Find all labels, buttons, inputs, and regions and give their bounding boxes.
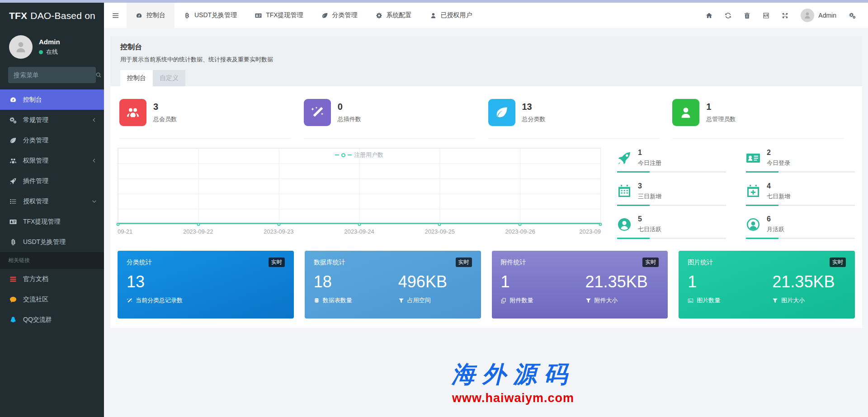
stat-value: 13 [522, 102, 546, 112]
user-status-label: 在线 [46, 48, 58, 56]
panel-header: 控制台 用于展示当前系统中的统计数据、统计报表及重要实时数据 控制台 自定义 [110, 36, 862, 86]
card-foot-label: 数据表数量 [323, 296, 352, 305]
sidebar-user-panel: Admin 在线 [0, 29, 104, 62]
sidebar-item-dashboard[interactable]: 控制台 [0, 89, 104, 110]
mini-stat-label: 七日新增 [767, 192, 790, 201]
watermark: 海外源码 www.haiwaiym.com [452, 359, 575, 405]
mini-stat-label: 月活跃 [767, 225, 784, 234]
x-tick-label: 2023-09-24 [344, 228, 374, 235]
sidebar-item-usdt-exchange[interactable]: USDT兑换管理 [0, 232, 104, 252]
sidebar-item-label: 常规管理 [23, 116, 48, 124]
legend-label: 注册用户数 [354, 151, 383, 159]
sidebar: TFX DAO-Based on Admin 在线 控制台 [0, 3, 104, 417]
card-attachment-stats: 附件统计 实时 1 21.35KB 附件数量 [492, 251, 668, 319]
chart-point[interactable] [438, 223, 441, 226]
progress-bar [617, 205, 726, 206]
x-tick-label: 2023-09 [579, 228, 601, 235]
users-icon [119, 99, 146, 126]
gear-icon [376, 12, 382, 19]
mini-stats-grid: 1 今日注册 2 今日登录 [617, 148, 855, 239]
user-icon [430, 12, 437, 19]
divider [304, 138, 476, 139]
settings-button[interactable] [843, 3, 862, 28]
sidebar-item-auth[interactable]: 权限管理 [0, 150, 104, 171]
navbar-user-menu[interactable]: Admin [794, 3, 843, 28]
app-logo[interactable]: TFX DAO-Based on [0, 3, 104, 29]
stat-value: 1 [706, 102, 736, 112]
comment-icon [9, 296, 17, 303]
chart-point[interactable] [599, 223, 602, 226]
tab-authorized-users[interactable]: 已授权用户 [421, 3, 481, 28]
chart-point[interactable] [277, 223, 280, 226]
page-title: 控制台 [120, 42, 852, 52]
sidebar-toggle-button[interactable] [104, 3, 127, 28]
panel-tab-custom[interactable]: 自定义 [153, 70, 185, 86]
summary-cards-row: 分类统计 实时 13 当前分类总记录数 数据库统计 [118, 251, 855, 319]
image-icon [688, 298, 693, 304]
card-foot-label: 图片大小 [781, 296, 805, 305]
chart-and-ministats-row: 注册用户数 09-21 [118, 148, 855, 239]
sidebar-item-label: QQ交流群 [23, 316, 52, 324]
sidebar-item-label: TFX提现管理 [23, 218, 60, 226]
sidebar-item-category[interactable]: 分类管理 [0, 130, 104, 150]
divider [672, 138, 844, 139]
idcard-icon [746, 151, 760, 165]
sidebar-item-label: 权限管理 [23, 157, 48, 165]
sidebar-link-docs[interactable]: 官方文档 [0, 269, 104, 289]
tab-dashboard[interactable]: 控制台 [127, 3, 175, 28]
stat-label: 总分类数 [522, 115, 546, 123]
tab-usdt-exchange[interactable]: USDT兑换管理 [175, 3, 246, 28]
copy-icon [501, 298, 507, 304]
navbar-right: Admin [699, 3, 868, 28]
sidebar-link-community[interactable]: 交流社区 [0, 289, 104, 309]
mini-stat-value: 5 [638, 215, 661, 223]
online-dot-icon [39, 50, 43, 54]
stats-row: 3 总会员数 0 总插件数 [118, 99, 855, 139]
tab-tfx-withdraw[interactable]: TFX提现管理 [246, 3, 312, 28]
sidebar-item-label: 插件管理 [23, 177, 48, 185]
mini-stat-7day-active: 5 七日活跃 [617, 214, 726, 239]
fullscreen-button[interactable] [775, 3, 794, 28]
sidebar-item-addon[interactable]: 插件管理 [0, 171, 104, 191]
card-value: 1 [688, 272, 772, 291]
chart-point[interactable] [519, 223, 522, 226]
avatar [801, 9, 814, 22]
sidebar-item-license[interactable]: 授权管理 [0, 191, 104, 211]
chart-legend[interactable]: 注册用户数 [118, 151, 600, 159]
stat-total-admins: 1 总管理员数 [670, 99, 855, 139]
realtime-badge: 实时 [642, 258, 659, 267]
progress-bar [746, 205, 855, 206]
chart-point[interactable] [358, 223, 361, 226]
search-icon[interactable] [95, 72, 102, 78]
panel-body: 3 总会员数 0 总插件数 [110, 86, 862, 328]
chart-point[interactable] [197, 223, 200, 226]
database-icon [314, 298, 320, 304]
tab-system-config[interactable]: 系统配置 [367, 3, 421, 28]
sidebar-item-tfx-withdraw[interactable]: TFX提现管理 [0, 211, 104, 232]
leaf-icon [488, 99, 515, 126]
clear-cache-button[interactable] [737, 3, 756, 28]
idcard-icon [255, 12, 262, 19]
tab-category[interactable]: 分类管理 [312, 3, 367, 28]
language-button[interactable] [756, 3, 775, 28]
search-input[interactable] [14, 71, 95, 79]
sidebar-item-label: USDT兑换管理 [23, 238, 66, 246]
mini-stat-label: 三日新增 [638, 192, 661, 201]
card-value: 18 [314, 272, 398, 291]
card-value-2: 21.35KB [585, 272, 659, 291]
filter-icon [585, 298, 591, 304]
gauge-icon [136, 12, 142, 19]
rocket-icon [617, 151, 632, 165]
sidebar-item-general[interactable]: 常规管理 [0, 110, 104, 130]
panel-tab-dashboard[interactable]: 控制台 [120, 70, 153, 86]
chart-point[interactable] [117, 223, 120, 226]
page-subtitle: 用于展示当前系统中的统计数据、统计报表及重要实时数据 [120, 56, 852, 64]
home-button[interactable] [699, 3, 718, 28]
card-foot-label: 占用空间 [407, 296, 431, 305]
tab-label: 已授权用户 [441, 11, 472, 19]
refresh-button[interactable] [718, 3, 737, 28]
gears-icon [849, 12, 856, 19]
x-tick-label: 2023-09-25 [425, 228, 455, 235]
sidebar-link-qq-group[interactable]: QQ交流群 [0, 309, 104, 330]
bitcoin-icon [184, 12, 190, 19]
